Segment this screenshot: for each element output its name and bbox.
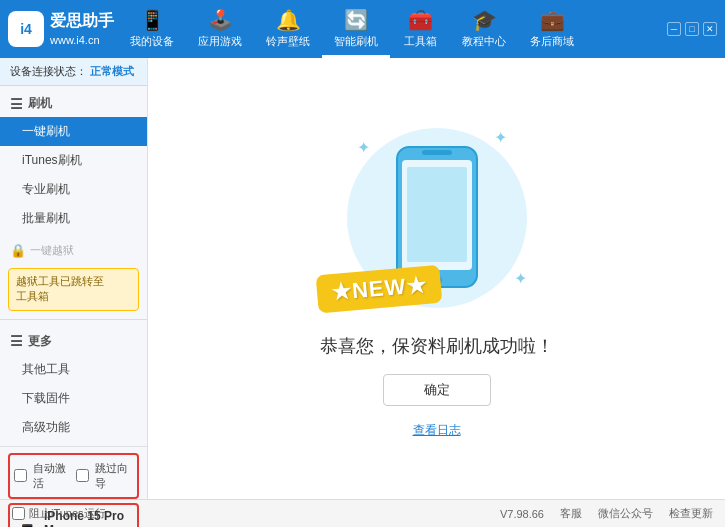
main-layout: 设备连接状态： 正常模式 ☰ 刷机 一键刷机 iTunes刷机 专业刷机 批量刷…	[0, 58, 725, 499]
more-section-icon: ☰	[10, 333, 23, 349]
my-device-icon: 📱	[140, 8, 165, 32]
sidebar-item-pro-flash[interactable]: 专业刷机	[0, 175, 147, 204]
service-icon: 💼	[540, 8, 565, 32]
lock-icon: 🔒	[10, 243, 26, 258]
ringtone-icon: 🔔	[276, 8, 301, 32]
log-link[interactable]: 查看日志	[413, 422, 461, 439]
sidebar-item-batch-flash[interactable]: 批量刷机	[0, 204, 147, 233]
sidebar-item-other-tools[interactable]: 其他工具	[0, 355, 147, 384]
flash-section-icon: ☰	[10, 96, 23, 112]
app-title: 爱思助手	[50, 10, 114, 32]
content-area: ✦ ✦ ✦ ★NEW★	[148, 58, 725, 499]
nav-label-smart-flash: 智能刷机	[334, 34, 378, 49]
app-url: www.i4.cn	[50, 33, 114, 48]
logo-text: 爱思助手 www.i4.cn	[50, 10, 114, 48]
stop-itunes-row: 阻止iTunes运行	[12, 506, 106, 521]
nav-item-tutorials[interactable]: 🎓 教程中心	[450, 6, 518, 58]
maximize-button[interactable]: □	[685, 22, 699, 36]
bottombar-left: 阻止iTunes运行	[12, 506, 106, 521]
window-controls: ─ □ ✕	[667, 22, 717, 36]
sidebar-status: 设备连接状态： 正常模式	[0, 58, 147, 86]
minimize-button[interactable]: ─	[667, 22, 681, 36]
content-inner: ✦ ✦ ✦ ★NEW★	[320, 118, 554, 439]
status-label: 设备连接状态：	[10, 65, 87, 77]
tutorials-icon: 🎓	[472, 8, 497, 32]
auto-activate-checkbox[interactable]	[14, 469, 27, 482]
apps-games-icon: 🕹️	[208, 8, 233, 32]
more-section-header: ☰ 更多	[0, 328, 147, 355]
nav-item-toolbox[interactable]: 🧰 工具箱	[390, 6, 450, 58]
sidebar-item-advanced[interactable]: 高级功能	[0, 413, 147, 442]
auto-activate-row: 自动激活	[14, 458, 72, 494]
guide-export-checkbox[interactable]	[76, 469, 89, 482]
nav-item-apps-games[interactable]: 🕹️ 应用游戏	[186, 6, 254, 58]
guide-export-row: 跳过向导	[76, 458, 134, 494]
sparkle-icon-1: ✦	[357, 138, 370, 157]
auto-activate-label: 自动激活	[33, 461, 72, 491]
version-label: V7.98.66	[500, 508, 544, 520]
notice-text: 越狱工具已跳转至工具箱	[16, 275, 104, 302]
sidebar-disabled-jailbreak: 🔒 一键越狱	[0, 237, 147, 264]
svg-rect-2	[422, 150, 452, 155]
more-section-title: 更多	[28, 333, 52, 350]
sidebar-item-itunes-flash[interactable]: iTunes刷机	[0, 146, 147, 175]
guide-export-label: 跳过向导	[95, 461, 134, 491]
flash-section-title: 刷机	[28, 95, 52, 112]
stop-itunes-checkbox[interactable]	[12, 507, 25, 520]
nav-label-tutorials: 教程中心	[462, 34, 506, 49]
close-button[interactable]: ✕	[703, 22, 717, 36]
success-text: 恭喜您，保资料刷机成功啦！	[320, 334, 554, 358]
new-badge-text: ★NEW★	[330, 272, 428, 306]
stop-itunes-label: 阻止iTunes运行	[29, 506, 106, 521]
topbar: i4 爱思助手 www.i4.cn 📱 我的设备 🕹️ 应用游戏 🔔 铃声壁纸 …	[0, 0, 725, 58]
nav-bar: 📱 我的设备 🕹️ 应用游戏 🔔 铃声壁纸 🔄 智能刷机 🧰 工具箱 🎓 教程中…	[118, 0, 667, 58]
sidebar-item-download-firmware[interactable]: 下载固件	[0, 384, 147, 413]
wechat-link[interactable]: 微信公众号	[598, 506, 653, 521]
nav-label-my-device: 我的设备	[130, 34, 174, 49]
nav-item-service[interactable]: 💼 务后商域	[518, 6, 586, 58]
nav-label-ringtone: 铃声壁纸	[266, 34, 310, 49]
app-logo-icon: i4	[8, 11, 44, 47]
nav-label-toolbox: 工具箱	[404, 34, 437, 49]
nav-item-ringtone[interactable]: 🔔 铃声壁纸	[254, 6, 322, 58]
disabled-jailbreak-label: 一键越狱	[30, 243, 74, 258]
nav-label-service: 务后商域	[530, 34, 574, 49]
confirm-button[interactable]: 确定	[383, 374, 491, 406]
customer-service-link[interactable]: 客服	[560, 506, 582, 521]
sidebar-item-one-key-flash[interactable]: 一键刷机	[0, 117, 147, 146]
bottombar-right: V7.98.66 客服 微信公众号 检查更新	[500, 506, 713, 521]
device-phone-icon: 📱	[16, 523, 38, 527]
nav-item-smart-flash[interactable]: 🔄 智能刷机	[322, 6, 390, 58]
logo-area: i4 爱思助手 www.i4.cn	[8, 10, 118, 48]
nav-label-apps-games: 应用游戏	[198, 34, 242, 49]
sparkle-icon-3: ✦	[514, 269, 527, 288]
nav-item-my-device[interactable]: 📱 我的设备	[118, 6, 186, 58]
toolbox-icon: 🧰	[408, 8, 433, 32]
phone-illustration: ✦ ✦ ✦ ★NEW★	[337, 118, 537, 318]
flash-section-header: ☰ 刷机	[0, 90, 147, 117]
more-section: ☰ 更多 其他工具 下载固件 高级功能	[0, 324, 147, 446]
sidebar: 设备连接状态： 正常模式 ☰ 刷机 一键刷机 iTunes刷机 专业刷机 批量刷…	[0, 58, 148, 499]
logo-code: i4	[20, 21, 32, 37]
sidebar-notice: 越狱工具已跳转至工具箱	[8, 268, 139, 311]
sidebar-divider	[0, 319, 147, 320]
smart-flash-icon: 🔄	[344, 8, 369, 32]
svg-rect-4	[407, 167, 467, 262]
flash-section: ☰ 刷机 一键刷机 iTunes刷机 专业刷机 批量刷机	[0, 86, 147, 237]
sparkle-icon-2: ✦	[494, 128, 507, 147]
check-update-link[interactable]: 检查更新	[669, 506, 713, 521]
status-value: 正常模式	[90, 65, 134, 77]
